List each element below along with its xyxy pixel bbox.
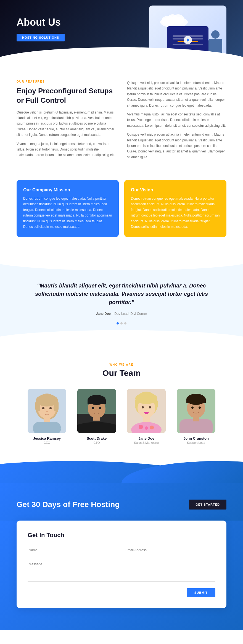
- svg-point-10: [42, 407, 44, 409]
- author-role: Dev Lead, Divi Corner: [114, 312, 147, 316]
- svg-rect-8: [35, 400, 40, 411]
- jane-name: Jane Doe: [138, 436, 154, 440]
- dot-1[interactable]: [117, 322, 119, 324]
- features-label: OUR FEATURES: [17, 80, 116, 83]
- svg-rect-21: [88, 400, 106, 404]
- svg-point-34: [145, 426, 148, 430]
- cta-section: Get 30 Days of Free Hosting GET STARTED: [0, 483, 243, 521]
- jessica-photo: [28, 389, 66, 433]
- features-left-para-1: Quisque velit nisi, pretium ut lacinia i…: [17, 110, 116, 138]
- team-grid: Jessica Ramsey CEO: [17, 389, 226, 444]
- hero-section: About Us HOSTING SOLUTIONS: [0, 0, 243, 64]
- svg-point-23: [99, 407, 101, 409]
- author-name: Jane Doe: [96, 312, 111, 316]
- features-right-para-2: Vivamus magna justo, lacinia eget consec…: [127, 112, 226, 128]
- wave-transition: [0, 461, 243, 483]
- svg-point-11: [49, 407, 52, 409]
- svg-point-22: [92, 407, 94, 409]
- jessica-role: CEO: [44, 441, 50, 444]
- svg-rect-15: [33, 422, 61, 433]
- features-left-para-2: Vivamus magna justo, lacinia eget consec…: [17, 141, 116, 158]
- contact-card: Get In Touch SUBMIT: [17, 521, 226, 608]
- author-role-separator: –: [112, 312, 114, 316]
- testi-wave-top: [0, 259, 243, 270]
- vision-card: Our Vision Donec rutrum congue leo eget …: [124, 180, 226, 237]
- cta-title: Get 30 Days of Free Hosting: [17, 500, 120, 509]
- vision-title: Our Vision: [131, 188, 220, 192]
- svg-point-33: [150, 426, 154, 429]
- svg-point-32: [139, 425, 143, 429]
- svg-point-3: [167, 14, 178, 23]
- scott-photo: [77, 389, 116, 433]
- submit-button[interactable]: SUBMIT: [187, 588, 215, 597]
- svg-point-29: [149, 406, 151, 408]
- email-input[interactable]: [124, 545, 215, 555]
- team-member-scott: Scott Drake CTO: [75, 389, 119, 444]
- features-heading: Enjoy Preconfigured Setups or Full Contr…: [17, 86, 116, 105]
- dot-3[interactable]: [124, 322, 126, 324]
- features-right: Quisque velit nisi, pretium ut lacinia i…: [127, 80, 226, 163]
- name-input[interactable]: [28, 545, 119, 555]
- svg-point-27: [135, 393, 157, 404]
- team-member-jessica: Jessica Ramsey CEO: [25, 389, 69, 444]
- john-photo: [177, 389, 215, 433]
- get-started-button[interactable]: GET STARTED: [189, 500, 226, 510]
- scott-role: CTO: [93, 441, 100, 444]
- testimonial-author: Jane Doe – Dev Lead, Divi Corner: [28, 312, 215, 316]
- mission-text: Donec rutrum congue leo eget malesuada. …: [23, 196, 112, 229]
- team-title: Our Team: [17, 368, 226, 378]
- svg-rect-30: [143, 417, 150, 422]
- svg-rect-40: [186, 399, 206, 403]
- mission-card: Our Company Mission Donec rutrum congue …: [17, 180, 119, 237]
- hosting-solutions-button[interactable]: HOSTING SOLUTIONS: [17, 34, 65, 41]
- cloud-icon: [157, 11, 191, 28]
- svg-rect-9: [54, 400, 59, 411]
- testimonial-dots: [28, 322, 215, 324]
- testimonial-section: "Mauris blandit aliquet elit, eget tinci…: [0, 259, 243, 341]
- scott-name: Scott Drake: [87, 436, 107, 440]
- vision-text: Donec rutrum congue leo eget malesuada. …: [131, 196, 220, 229]
- mission-title: Our Company Mission: [23, 188, 112, 192]
- features-right-para-1: Quisque velit nisi, pretium ut lacinia i…: [127, 80, 226, 108]
- features-left: OUR FEATURES Enjoy Preconfigured Setups …: [17, 80, 116, 163]
- team-member-jane: Jane Doe Sales & Marketing: [124, 389, 168, 444]
- svg-point-42: [199, 407, 201, 409]
- svg-point-28: [142, 406, 144, 408]
- contact-title: Get In Touch: [28, 532, 215, 539]
- form-name-email-row: [28, 545, 215, 555]
- testi-wave-bottom: [0, 330, 243, 341]
- who-we-are-label: WHO WE ARE: [17, 363, 226, 366]
- team-section: WHO WE ARE Our Team: [0, 347, 243, 455]
- jane-photo: [127, 389, 166, 433]
- contact-section: Get In Touch SUBMIT: [0, 521, 243, 630]
- team-member-john: John Cranston Support Lead: [174, 389, 218, 444]
- testimonial-quote: "Mauris blandit aliquet elit, eget tinci…: [28, 281, 215, 306]
- features-right-para-3: Quisque velit nisi, pretium ut lacinia i…: [127, 132, 226, 160]
- message-textarea[interactable]: [28, 559, 215, 582]
- cards-section: Our Company Mission Donec rutrum congue …: [0, 174, 243, 254]
- john-role: Support Lead: [187, 441, 205, 444]
- john-name: John Cranston: [183, 436, 209, 440]
- dot-2[interactable]: [120, 322, 123, 324]
- svg-point-12: [46, 411, 48, 412]
- svg-point-41: [191, 407, 194, 409]
- jane-role: Sales & Marketing: [134, 441, 159, 444]
- features-section: OUR FEATURES Enjoy Preconfigured Setups …: [0, 64, 243, 174]
- jessica-name: Jessica Ramsey: [33, 436, 61, 440]
